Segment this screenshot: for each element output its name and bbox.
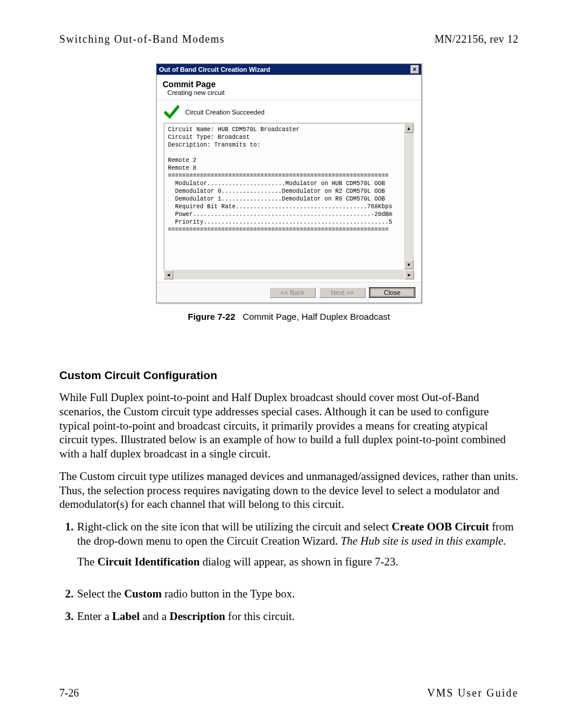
close-icon[interactable]: ✕ (411, 65, 419, 74)
page-number: 7-26 (59, 687, 79, 700)
info-text: Circuit Name: HUB CDM570L Broadcaster Ci… (164, 123, 414, 236)
figure-caption-text: Commit Page, Half Duplex Broadcast (243, 311, 390, 322)
para-2: The Custom circuit type utilizes managed… (59, 469, 519, 511)
wizard-titlebar-text: Out of Band Circuit Creation Wizard (159, 66, 271, 73)
status-text: Circuit Creation Succeeded (185, 109, 265, 116)
checkmark-icon (164, 105, 179, 119)
vertical-scrollbar[interactable]: ▲ ▼ (404, 123, 414, 269)
step-1: 1. Right-click on the site icon that wil… (59, 520, 519, 578)
scroll-left-icon[interactable]: ◄ (164, 270, 173, 279)
header-right: MN/22156, rev 12 (435, 33, 519, 46)
close-button[interactable]: Close (369, 287, 415, 298)
wizard-page-subtitle: Creating new circuit (167, 89, 415, 96)
step-3: 3. Enter a Label and a Description for t… (59, 609, 519, 624)
back-button: << Back (269, 287, 316, 298)
scroll-down-icon[interactable]: ▼ (404, 260, 414, 269)
para-1: While Full Duplex point-to-point and Hal… (59, 390, 519, 461)
scroll-right-icon[interactable]: ► (405, 270, 414, 279)
horizontal-scrollbar[interactable]: ◄ ► (164, 270, 414, 279)
page-header: Switching Out-of-Band Modems MN/22156, r… (59, 33, 519, 46)
scroll-up-icon[interactable]: ▲ (404, 123, 414, 133)
wizard-page-title: Commit Page (163, 80, 415, 89)
footer-right: VMS User Guide (427, 687, 519, 700)
wizard-window: Out of Band Circuit Creation Wizard ✕ Co… (156, 63, 422, 303)
info-textarea: Circuit Name: HUB CDM570L Broadcaster Ci… (164, 123, 414, 270)
figure-caption: Figure 7-22 Commit Page, Half Duplex Bro… (59, 311, 519, 322)
wizard-titlebar: Out of Band Circuit Creation Wizard ✕ (157, 64, 421, 75)
step-2: 2. Select the Custom radio button in the… (59, 587, 519, 601)
next-button: Next >> (319, 287, 365, 298)
page-footer: 7-26 VMS User Guide (59, 687, 519, 700)
figure-label: Figure 7-22 (188, 311, 236, 322)
section-title: Custom Circuit Configuration (59, 369, 519, 382)
header-left: Switching Out-of-Band Modems (59, 33, 225, 46)
